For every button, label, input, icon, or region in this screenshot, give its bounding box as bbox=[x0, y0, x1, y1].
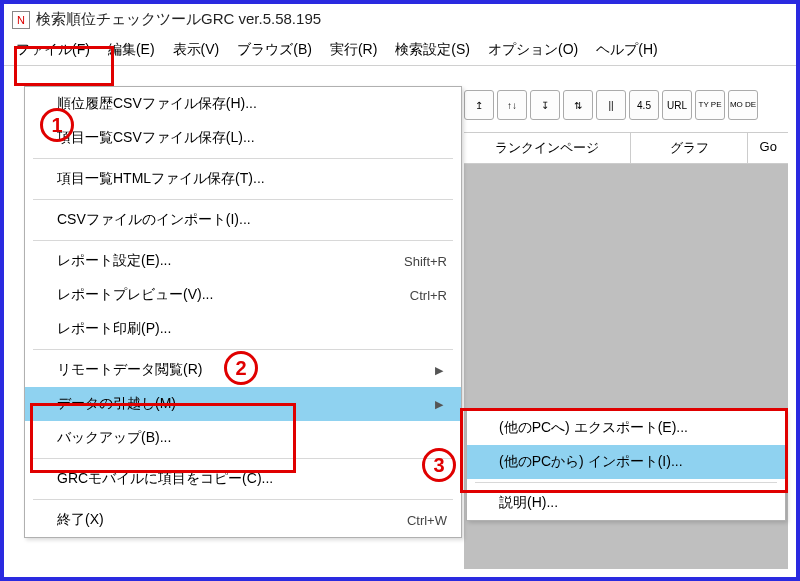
menu-item-save-list-html[interactable]: 項目一覧HTMLファイル保存(T)... bbox=[25, 162, 461, 196]
col-rank-in-page[interactable]: ランクインページ bbox=[464, 133, 631, 163]
menu-item-save-rank-csv[interactable]: 順位履歴CSVファイル保存(H)... bbox=[25, 87, 461, 121]
menu-browse[interactable]: ブラウズ(B) bbox=[229, 37, 320, 63]
submenu-arrow-icon: ▶ bbox=[435, 364, 447, 377]
toolbar-btn-top[interactable]: ↥ bbox=[464, 90, 494, 120]
toolbar-btn-45[interactable]: 4.5 bbox=[629, 90, 659, 120]
submenu-item-help[interactable]: 説明(H)... bbox=[467, 486, 785, 520]
menu-item-label: 説明(H)... bbox=[499, 494, 558, 512]
toolbar-btn-updown[interactable]: ↑↓ bbox=[497, 90, 527, 120]
submenu-item-export[interactable]: (他のPCへ) エクスポート(E)... bbox=[467, 411, 785, 445]
toolbar: ↥ ↑↓ ↧ ⇅ || 4.5 URL TY PE MO DE bbox=[464, 88, 788, 122]
menu-shortcut: Ctrl+R bbox=[410, 288, 447, 303]
toolbar-btn-mode[interactable]: MO DE bbox=[728, 90, 758, 120]
menu-item-exit[interactable]: 終了(X)Ctrl+W bbox=[25, 503, 461, 537]
menu-separator bbox=[33, 349, 453, 350]
menu-shortcut: Shift+R bbox=[404, 254, 447, 269]
menu-item-label: GRCモバイルに項目をコピー(C)... bbox=[57, 470, 273, 488]
menu-item-report-preview[interactable]: レポートプレビュー(V)...Ctrl+R bbox=[25, 278, 461, 312]
app-icon: N bbox=[12, 11, 30, 29]
menu-item-label: CSVファイルのインポート(I)... bbox=[57, 211, 251, 229]
menu-item-remote-data[interactable]: リモートデータ閲覧(R)▶ bbox=[25, 353, 461, 387]
toolbar-btn-columns[interactable]: || bbox=[596, 90, 626, 120]
menu-item-label: データの引越し(M) bbox=[57, 395, 176, 413]
menu-item-copy-to-grc-mobile[interactable]: GRCモバイルに項目をコピー(C)... bbox=[25, 462, 461, 496]
menu-item-label: 項目一覧CSVファイル保存(L)... bbox=[57, 129, 255, 147]
menu-item-report-print[interactable]: レポート印刷(P)... bbox=[25, 312, 461, 346]
menu-search-settings[interactable]: 検索設定(S) bbox=[387, 37, 478, 63]
menu-view[interactable]: 表示(V) bbox=[165, 37, 228, 63]
menu-item-backup[interactable]: バックアップ(B)... bbox=[25, 421, 461, 455]
menu-item-label: レポート設定(E)... bbox=[57, 252, 171, 270]
app-frame: N 検索順位チェックツールGRC ver.5.58.195 ファイル(F) 編集… bbox=[0, 0, 800, 581]
menu-item-label: 順位履歴CSVファイル保存(H)... bbox=[57, 95, 257, 113]
menu-item-report-settings[interactable]: レポート設定(E)...Shift+R bbox=[25, 244, 461, 278]
menu-run[interactable]: 実行(R) bbox=[322, 37, 385, 63]
menu-help[interactable]: ヘルプ(H) bbox=[588, 37, 665, 63]
menu-separator bbox=[475, 482, 777, 483]
menu-item-label: レポート印刷(P)... bbox=[57, 320, 171, 338]
menu-item-save-list-csv[interactable]: 項目一覧CSVファイル保存(L)... bbox=[25, 121, 461, 155]
data-migration-submenu: (他のPCへ) エクスポート(E)... (他のPCから) インポート(I)..… bbox=[466, 410, 786, 521]
menu-bar: ファイル(F) 編集(E) 表示(V) ブラウズ(B) 実行(R) 検索設定(S… bbox=[4, 35, 796, 66]
app-title: 検索順位チェックツールGRC ver.5.58.195 bbox=[36, 10, 321, 29]
menu-file[interactable]: ファイル(F) bbox=[8, 37, 98, 63]
file-menu-dropdown: 順位履歴CSVファイル保存(H)... 項目一覧CSVファイル保存(L)... … bbox=[24, 86, 462, 538]
col-google[interactable]: Go bbox=[748, 133, 788, 163]
toolbar-btn-bottom[interactable]: ↧ bbox=[530, 90, 560, 120]
menu-item-label: (他のPCから) インポート(I)... bbox=[499, 453, 683, 471]
menu-options[interactable]: オプション(O) bbox=[480, 37, 586, 63]
menu-item-label: 終了(X) bbox=[57, 511, 104, 529]
menu-item-label: リモートデータ閲覧(R) bbox=[57, 361, 202, 379]
menu-shortcut: Ctrl+W bbox=[407, 513, 447, 528]
toolbar-btn-type[interactable]: TY PE bbox=[695, 90, 725, 120]
menu-item-label: 項目一覧HTMLファイル保存(T)... bbox=[57, 170, 265, 188]
title-bar: N 検索順位チェックツールGRC ver.5.58.195 bbox=[4, 4, 796, 35]
menu-separator bbox=[33, 199, 453, 200]
col-graph[interactable]: グラフ bbox=[631, 133, 749, 163]
menu-item-label: レポートプレビュー(V)... bbox=[57, 286, 213, 304]
column-headers: ランクインページ グラフ Go bbox=[464, 132, 788, 164]
menu-separator bbox=[33, 158, 453, 159]
submenu-arrow-icon: ▶ bbox=[435, 398, 447, 411]
menu-item-data-migration[interactable]: データの引越し(M)▶ bbox=[25, 387, 461, 421]
menu-separator bbox=[33, 499, 453, 500]
menu-edit[interactable]: 編集(E) bbox=[100, 37, 163, 63]
submenu-item-import[interactable]: (他のPCから) インポート(I)... bbox=[467, 445, 785, 479]
menu-item-label: (他のPCへ) エクスポート(E)... bbox=[499, 419, 688, 437]
menu-separator bbox=[33, 458, 453, 459]
toolbar-btn-sort[interactable]: ⇅ bbox=[563, 90, 593, 120]
toolbar-btn-url[interactable]: URL bbox=[662, 90, 692, 120]
menu-separator bbox=[33, 240, 453, 241]
menu-item-import-csv[interactable]: CSVファイルのインポート(I)... bbox=[25, 203, 461, 237]
menu-item-label: バックアップ(B)... bbox=[57, 429, 171, 447]
